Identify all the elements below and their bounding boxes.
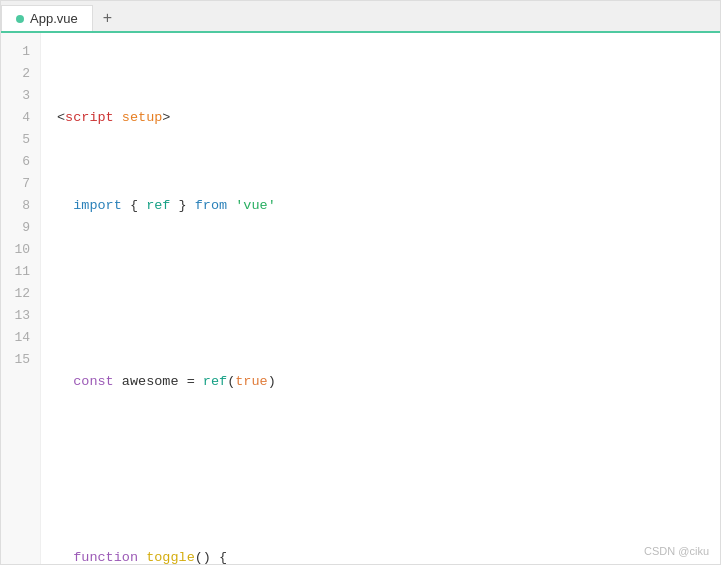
line-num-11: 11 [1, 261, 40, 283]
code-line-4: const awesome = ref(true) [57, 371, 704, 393]
line-num-10: 10 [1, 239, 40, 261]
new-tab-button[interactable]: + [93, 5, 122, 31]
editor-window: App.vue + 1 2 3 4 5 6 7 8 9 10 11 12 13 … [0, 0, 721, 565]
line-num-3: 3 [1, 85, 40, 107]
code-area: 1 2 3 4 5 6 7 8 9 10 11 12 13 14 15 <scr… [1, 33, 720, 564]
line-num-9: 9 [1, 217, 40, 239]
line-num-13: 13 [1, 305, 40, 327]
line-numbers: 1 2 3 4 5 6 7 8 9 10 11 12 13 14 15 [1, 33, 41, 564]
line-num-15: 15 [1, 349, 40, 371]
line-num-12: 12 [1, 283, 40, 305]
line-num-4: 4 [1, 107, 40, 129]
line-num-14: 14 [1, 327, 40, 349]
line-num-8: 8 [1, 195, 40, 217]
line-num-1: 1 [1, 41, 40, 63]
line-num-7: 7 [1, 173, 40, 195]
line-num-6: 6 [1, 151, 40, 173]
app-vue-tab[interactable]: App.vue [1, 5, 93, 31]
line-num-2: 2 [1, 63, 40, 85]
tab-dot [16, 15, 24, 23]
code-line-6: function toggle() { [57, 547, 704, 564]
code-line-1: <script setup> [57, 107, 704, 129]
tab-label: App.vue [30, 11, 78, 26]
code-line-5 [57, 459, 704, 481]
code-line-3 [57, 283, 704, 305]
code-line-2: import { ref } from 'vue' [57, 195, 704, 217]
code-content: <script setup> import { ref } from 'vue'… [41, 33, 720, 564]
tab-bar: App.vue + [1, 1, 720, 33]
line-num-5: 5 [1, 129, 40, 151]
watermark: CSDN @ciku [644, 545, 709, 557]
